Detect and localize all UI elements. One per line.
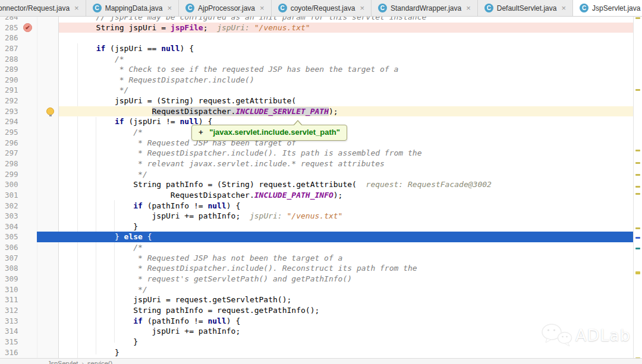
code-text: */ <box>59 85 128 96</box>
line-number[interactable]: 314 <box>5 326 18 337</box>
tab-standardwrapper[interactable]: C StandardWrapper.java × <box>372 0 478 16</box>
breadcrumb-bar: JspServlet›service() <box>0 358 642 364</box>
breakpoint-verified-icon[interactable]: ✔ <box>23 23 32 32</box>
code-line: 307 * Requested JSP has not been the tar… <box>0 253 634 264</box>
line-number[interactable]: 298 <box>5 159 18 169</box>
code-line: 292 jspUri = (String) request.getAttribu… <box>0 96 634 106</box>
line-number[interactable]: 308 <box>5 263 18 274</box>
line-number[interactable]: 288 <box>5 54 18 65</box>
code-text: if (pathInfo != null) { <box>59 316 240 327</box>
line-number[interactable]: 312 <box>5 305 18 316</box>
tab-mappingdata[interactable]: C MappingData.java × <box>86 0 179 16</box>
line-number[interactable]: 315 <box>5 337 18 347</box>
code-text: */ <box>59 284 147 295</box>
line-number[interactable]: 299 <box>5 169 18 180</box>
code-line: 314 jspUri += pathInfo; <box>0 326 634 337</box>
code-text: RequestDispatcher.INCLUDE_PATH_INFO); <box>59 190 342 201</box>
stripe-mark[interactable] <box>635 271 640 274</box>
code-line: 316 } <box>0 347 634 358</box>
code-text: * RequestDispatcher.include(). Reconstru… <box>59 263 417 274</box>
line-number[interactable]: 293 <box>5 106 18 117</box>
code-line: 309 * request's getServletPath() and get… <box>0 274 634 284</box>
watermark-label: ADLab <box>575 326 631 344</box>
line-number[interactable]: 292 <box>5 96 18 106</box>
line-number[interactable]: 303 <box>5 211 18 221</box>
code-text: * RequestDispatcher.include(). Its path … <box>59 148 421 159</box>
wechat-logo-icon <box>540 322 573 347</box>
breadcrumb-class[interactable]: JspServlet <box>48 360 78 364</box>
code-text: /* <box>59 127 143 138</box>
line-number[interactable]: 284 <box>5 16 18 23</box>
line-number[interactable]: 304 <box>5 221 18 232</box>
line-number[interactable]: 313 <box>5 316 18 327</box>
close-icon[interactable]: × <box>260 4 265 12</box>
expand-node-icon[interactable]: + <box>199 128 203 137</box>
code-text: String pathInfo = (String) request.getAt… <box>59 179 492 190</box>
ide-window: onnector/Request.java × C MappingData.ja… <box>0 0 642 364</box>
code-editor[interactable]: 284 // jspFile may be configured as an i… <box>0 16 642 358</box>
close-icon[interactable]: × <box>466 4 471 12</box>
error-stripe-scrollbar[interactable] <box>633 16 642 358</box>
code-line: 298 * relevant javax.servlet.include.* r… <box>0 159 634 169</box>
line-number[interactable]: 296 <box>5 138 18 148</box>
code-text: String jspUri = jspFile; jspUri: "/venus… <box>59 23 310 33</box>
debug-value-tooltip: + "javax.servlet.include.servlet_path" <box>191 125 347 141</box>
code-line: 312 String pathInfo = request.getPathInf… <box>0 305 634 316</box>
stripe-mark[interactable] <box>635 150 640 151</box>
tab-ajpprocessor[interactable]: C AjpProcessor.java × <box>179 0 272 16</box>
code-text: if (jspUri == null) { <box>59 43 194 54</box>
code-line: 291 */ <box>0 85 634 96</box>
code-line: 299 */ <box>0 169 634 180</box>
line-number[interactable]: 294 <box>5 116 18 127</box>
code-text: if (jspUri != null) { <box>59 116 212 127</box>
tab-defaultservlet[interactable]: C DefaultServlet.java × <box>478 0 573 16</box>
line-number[interactable]: 289 <box>5 64 18 75</box>
stripe-mark[interactable] <box>635 227 640 229</box>
code-text: jspUri += pathInfo; <box>59 326 240 337</box>
line-number[interactable]: 295 <box>5 127 18 138</box>
code-lines: 284 // jspFile may be configured as an i… <box>0 16 634 357</box>
line-number[interactable]: 302 <box>5 201 18 211</box>
code-line: 313 if (pathInfo != null) { <box>0 316 634 327</box>
close-icon[interactable]: × <box>74 4 79 12</box>
line-number[interactable]: 286 <box>5 33 18 43</box>
stripe-mark[interactable] <box>635 162 640 164</box>
intention-lightbulb-icon[interactable] <box>46 107 54 115</box>
line-number[interactable]: 287 <box>5 43 18 54</box>
line-number[interactable]: 285 <box>5 23 18 33</box>
stripe-mark[interactable] <box>635 89 640 91</box>
close-icon[interactable]: × <box>561 4 566 12</box>
stripe-mark[interactable] <box>635 186 640 188</box>
line-number[interactable]: 310 <box>5 284 18 295</box>
line-number[interactable]: 290 <box>5 75 18 86</box>
code-text: /* <box>59 242 143 253</box>
class-icon: C <box>580 4 588 12</box>
tab-jspservlet-active[interactable]: C JspServlet.java × <box>573 0 642 16</box>
close-icon[interactable]: × <box>360 4 364 12</box>
line-number[interactable]: 301 <box>5 190 18 201</box>
stripe-mark[interactable] <box>635 248 640 249</box>
stripe-mark[interactable] <box>635 17 640 19</box>
stripe-mark[interactable] <box>635 174 640 176</box>
line-number[interactable]: 305 <box>5 232 18 242</box>
line-number[interactable]: 291 <box>5 85 18 96</box>
line-number[interactable]: 307 <box>5 253 18 264</box>
tab-connector-request[interactable]: onnector/Request.java × <box>0 0 86 16</box>
line-number[interactable]: 316 <box>5 347 18 358</box>
code-text: jspUri += pathInfo; jspUri: "/venus.txt" <box>59 211 342 221</box>
stripe-mark[interactable] <box>635 193 640 195</box>
close-icon[interactable]: × <box>167 4 172 12</box>
editor-tab-bar: onnector/Request.java × C MappingData.ja… <box>0 0 642 17</box>
line-number[interactable]: 297 <box>5 148 18 159</box>
line-number[interactable]: 309 <box>5 274 18 284</box>
code-line: 285✔ String jspUri = jspFile; jspUri: "/… <box>0 23 634 33</box>
code-text: * relevant javax.servlet.include.* reque… <box>59 159 385 169</box>
tab-label: AjpProcessor.java <box>198 4 255 12</box>
breadcrumb-method[interactable]: service() <box>87 360 112 364</box>
code-text: * Check to see if the requested JSP has … <box>59 64 398 75</box>
line-number[interactable]: 300 <box>5 179 18 190</box>
line-number[interactable]: 311 <box>5 295 18 305</box>
tab-coyote-request[interactable]: C coyote/Request.java × <box>272 0 372 16</box>
stripe-mark[interactable] <box>635 237 640 239</box>
line-number[interactable]: 306 <box>5 242 18 253</box>
